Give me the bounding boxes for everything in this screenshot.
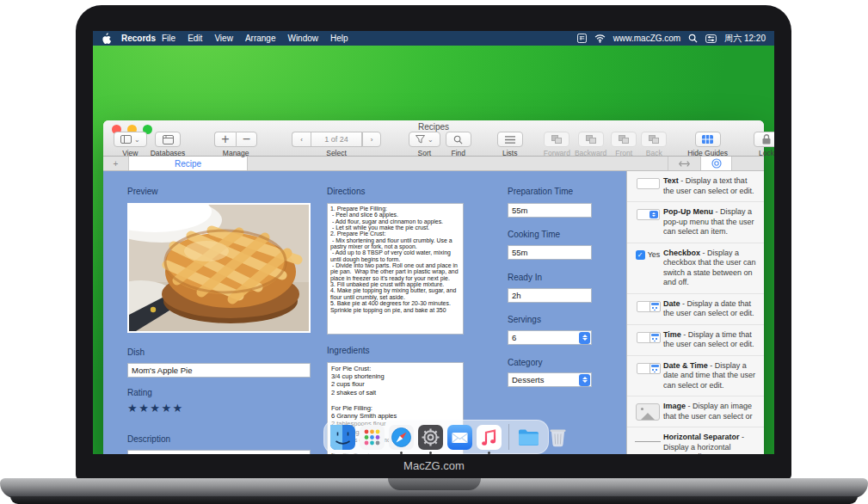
category-popup[interactable]: Desserts — [508, 372, 592, 387]
inspector-item[interactable]: Text - Display a text that the user can … — [627, 171, 764, 202]
toolbar: ⌄ View Databases + − Manage — [103, 132, 764, 157]
servings-label: Servings — [508, 315, 541, 324]
trash-icon[interactable] — [545, 425, 570, 450]
ready-in-input[interactable]: 2h — [508, 288, 592, 303]
forward-button[interactable]: Forward — [544, 132, 570, 157]
lists-button[interactable]: Lists — [497, 132, 523, 157]
menu-items: FileEditViewArrangeWindowHelp — [162, 34, 348, 43]
menu-item[interactable]: View — [214, 34, 233, 43]
category-label: Category — [508, 358, 543, 367]
macbook-lid-notch — [388, 478, 481, 490]
window-title: Recipes — [103, 122, 764, 132]
horizontal-separator-icon — [635, 441, 661, 442]
stepper-icon — [579, 374, 590, 386]
previous-record-button[interactable]: ‹ — [292, 132, 311, 147]
dock — [323, 420, 549, 454]
checkbox-icon: ✓Yes — [636, 250, 661, 260]
apple-menu-icon[interactable] — [102, 33, 111, 44]
menu-app-name[interactable]: Records — [121, 34, 156, 43]
safari-icon[interactable] — [389, 425, 414, 450]
screen: Records FileEditViewArrangeWindowHelp ww… — [93, 31, 774, 454]
dish-label: Dish — [127, 347, 145, 357]
menu-item[interactable]: Help — [330, 34, 348, 43]
add-record-button[interactable]: + — [214, 132, 235, 147]
back-button[interactable]: Back — [641, 132, 667, 157]
record-counter: 1 of 24 — [311, 132, 362, 147]
prep-time-label: Preparation Time — [508, 187, 573, 196]
rating-label: Rating — [127, 388, 152, 397]
servings-popup[interactable]: 6 — [508, 330, 592, 345]
move-mode-icon[interactable] — [668, 157, 700, 170]
tab-bar: + Recipe — [103, 157, 764, 171]
inspector-item[interactable]: Image - Display an image that the user c… — [627, 396, 764, 427]
front-button[interactable]: Front — [611, 132, 637, 157]
lock-button[interactable]: Lock — [754, 132, 774, 157]
preview-image-well[interactable] — [127, 203, 311, 333]
inspector-item[interactable]: Pop-Up Menu - Display a pop-up menu that… — [627, 202, 764, 243]
page: Records FileEditViewArrangeWindowHelp ww… — [0, 0, 868, 504]
ready-in-label: Ready In — [508, 273, 542, 282]
input-source-icon[interactable] — [577, 34, 587, 43]
rating-stars[interactable]: ★★★★★ — [127, 402, 184, 415]
finder-icon[interactable] — [330, 425, 355, 450]
menu-item[interactable]: Window — [287, 34, 318, 43]
music-icon[interactable] — [477, 425, 502, 450]
cooking-time-label: Cooking Time — [508, 230, 560, 239]
databases-button[interactable]: Databases — [151, 132, 186, 157]
inspector-item[interactable]: Date & Time - Display a date and time th… — [627, 356, 764, 397]
apple-pie-photo — [129, 205, 309, 331]
tab-recipe[interactable]: Recipe — [129, 157, 248, 170]
menu-item[interactable]: Edit — [188, 34, 202, 43]
launchpad-icon[interactable] — [360, 425, 385, 450]
hide-guides-button[interactable]: Hide Guides — [687, 132, 728, 157]
menu-status-url[interactable]: www.macZG.com — [613, 34, 680, 43]
target-mode-icon[interactable] — [700, 157, 732, 170]
dish-input[interactable]: Mom's Apple Pie — [127, 363, 311, 378]
view-button[interactable]: ⌄ View — [114, 132, 147, 157]
inspector-item[interactable]: Time - Display a time that the user can … — [627, 325, 764, 356]
prep-time-input[interactable]: 55m — [508, 203, 592, 218]
dock-separator — [508, 424, 509, 450]
find-button[interactable]: Find — [446, 132, 471, 157]
next-record-button[interactable]: › — [362, 132, 381, 147]
manage-buttons: + − Manage — [214, 132, 257, 157]
preview-label: Preview — [127, 187, 158, 196]
watermark-text: MacZG.com — [0, 459, 868, 472]
macbook-base-edge — [10, 496, 858, 504]
window-header: Recipes ⌄ View Databases + − — [103, 120, 764, 157]
sort-button[interactable]: ⌄ Sort — [409, 132, 440, 157]
wifi-icon[interactable] — [594, 34, 606, 43]
record-form: Preview — [103, 171, 626, 454]
cooking-time-input[interactable]: 55m — [508, 245, 592, 260]
description-input[interactable]: This is a simple but wonderful apple pie… — [127, 450, 311, 454]
directions-label: Directions — [327, 187, 365, 196]
system-preferences-icon[interactable] — [418, 425, 443, 450]
time-field-icon — [637, 332, 660, 343]
folder-icon[interactable] — [516, 425, 541, 450]
mail-icon[interactable] — [447, 425, 472, 450]
image-well-icon — [636, 403, 660, 421]
stepper-icon — [579, 332, 590, 344]
field-inspector: Text - Display a text that the user can … — [626, 171, 764, 454]
menu-bar: Records FileEditViewArrangeWindowHelp ww… — [93, 31, 774, 46]
ingredients-label: Ingredients — [327, 346, 369, 355]
records-window: Recipes ⌄ View Databases + − — [103, 120, 764, 454]
datetime-field-icon — [637, 363, 660, 374]
switch-icon[interactable] — [705, 34, 717, 43]
inspector-item[interactable]: Horizontal Separator - Display a horizon… — [627, 427, 764, 454]
date-field-icon — [637, 301, 660, 312]
select-control: ‹ 1 of 24 › Select — [292, 132, 381, 157]
popup-menu-icon — [637, 209, 660, 220]
inspector-item[interactable]: ✓Yes Checkbox - Display a checkbox that … — [627, 243, 764, 294]
inspector-item[interactable]: Date - Display a date that the user can … — [627, 294, 764, 325]
menu-item[interactable]: Arrange — [245, 34, 276, 43]
backward-button[interactable]: Backward — [575, 132, 606, 157]
menu-clock[interactable]: 周六 12:20 — [724, 33, 766, 45]
add-tab-button[interactable]: + — [103, 157, 129, 170]
directions-textarea[interactable]: 1. Prepare Pie Filling: - Peel and slice… — [327, 203, 464, 335]
delete-record-button[interactable]: − — [236, 132, 257, 147]
description-label: Description — [127, 434, 170, 444]
text-field-icon — [637, 178, 660, 189]
menu-item[interactable]: File — [162, 34, 175, 43]
search-icon[interactable] — [688, 34, 698, 43]
